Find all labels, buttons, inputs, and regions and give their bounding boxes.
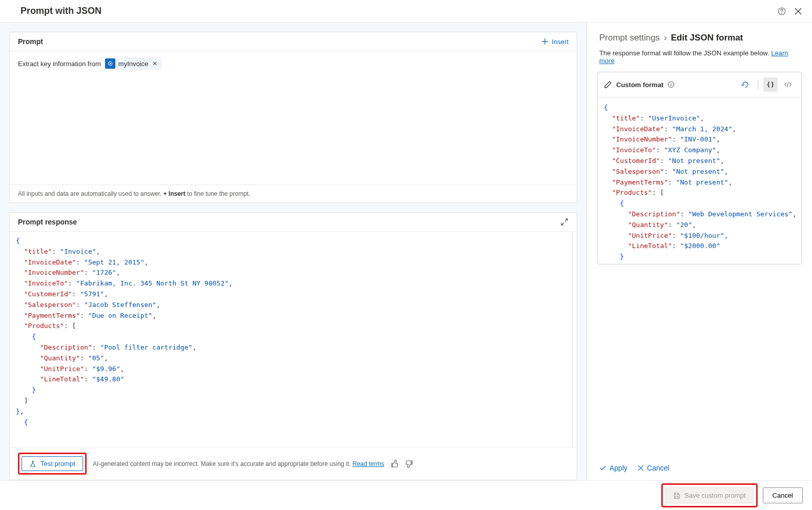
response-title: Prompt response [18,218,77,226]
insert-label: Insert [552,38,569,46]
thumbs-down-icon[interactable] [405,460,413,468]
settings-description: The response format will follow the JSON… [587,49,812,72]
info-icon[interactable] [667,81,675,88]
prompt-title: Prompt [18,37,43,46]
apply-button[interactable]: Apply [599,464,627,472]
cancel-settings-button[interactable]: Cancel [638,464,669,472]
document-icon [105,58,115,69]
help-icon[interactable] [777,7,786,16]
json-view-icon[interactable] [763,77,778,92]
breadcrumb: Prompt settings › Edit JSON format [599,33,800,43]
insert-button[interactable]: Insert [541,38,569,46]
format-json-editor[interactable]: { "title": "UserInvoice", "InvoiceDate":… [598,97,801,264]
reset-icon[interactable] [738,77,753,92]
thumbs-up-icon[interactable] [391,460,399,468]
prompt-footer: All inputs and data are automatically us… [10,185,577,202]
bottom-bar: Save custom prompt Cancel [0,480,812,510]
highlight-save-prompt: Save custom prompt [661,483,757,507]
custom-format-box: Custom format [597,72,802,264]
read-terms-link[interactable]: Read terms [353,460,384,467]
settings-panel: Prompt settings › Edit JSON format The r… [586,23,812,480]
close-icon[interactable] [795,8,802,15]
code-view-icon[interactable] [781,77,795,92]
breadcrumb-root[interactable]: Prompt settings [599,33,660,43]
input-chip[interactable]: myInvoice ✕ [104,57,162,70]
app-header: Prompt with JSON [0,0,812,23]
prompt-text: Extract key information from [18,60,101,68]
test-prompt-button[interactable]: Test prompt [22,456,83,471]
expand-icon[interactable] [560,218,569,226]
format-title: Custom format [616,81,663,89]
response-json[interactable]: { "title": "Invoice", "InvoiceDate": "Se… [10,232,573,447]
response-card: Prompt response { "title": "Invoice", "I… [9,212,577,480]
page-title: Prompt with JSON [21,6,102,16]
pencil-icon [604,80,612,89]
save-custom-prompt-button[interactable]: Save custom prompt [665,487,753,503]
cancel-button[interactable]: Cancel [763,487,803,503]
chip-remove-icon[interactable]: ✕ [151,60,158,67]
svg-point-1 [782,13,782,13]
chevron-right-icon: › [664,33,667,43]
ai-disclaimer: AI-generated content may be incorrect. M… [93,460,384,467]
chip-label: myInvoice [118,60,149,68]
highlight-test-prompt: Test prompt [18,453,87,475]
breadcrumb-current: Edit JSON format [671,33,743,43]
prompt-input[interactable]: Extract key information from myInvoice ✕ [10,51,577,185]
prompt-card: Prompt Insert Extract key information fr… [9,32,577,203]
